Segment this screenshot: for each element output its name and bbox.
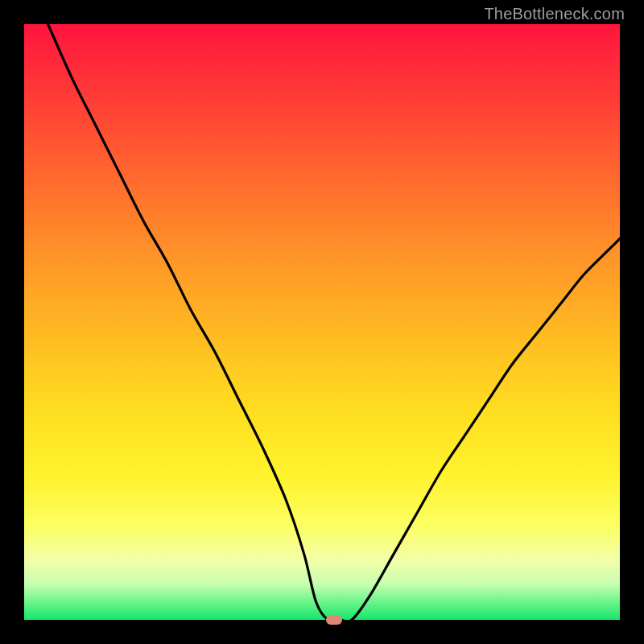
chart-frame: TheBottleneck.com [0,0,644,644]
bottleneck-curve [24,24,620,620]
minimum-marker [326,615,342,625]
watermark-text: TheBottleneck.com [484,5,625,23]
plot-area [24,24,620,620]
